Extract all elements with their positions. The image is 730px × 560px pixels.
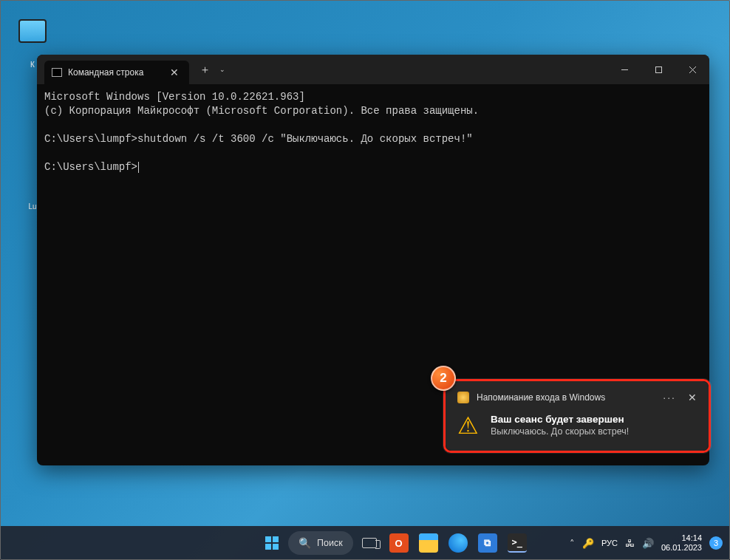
taskbar-app-explorer[interactable] [415, 530, 442, 556]
notification-app-name: Напоминание входа в Windows [477, 392, 663, 403]
taskbar-app-edge[interactable] [445, 530, 471, 556]
notification-close-button[interactable]: ✕ [688, 392, 697, 403]
maximize-button[interactable] [641, 55, 675, 84]
desktop-icon-thispc[interactable] [18, 19, 47, 43]
notification-header: Напоминание входа в Windows ··· ✕ [457, 392, 697, 403]
warning-icon: ⚠ [457, 414, 479, 437]
tab-title: Командная строка [68, 67, 143, 78]
terminal-tab[interactable]: Командная строка ✕ [44, 61, 189, 84]
taskbar: 🔍 Поиск O ⧉ >_ ˄ 🔑 РУС 🖧 🔊 14:14 06.01.2… [0, 526, 730, 560]
store-icon: ⧉ [478, 533, 497, 553]
annotation-highlight: Напоминание входа в Windows ··· ✕ ⚠ Ваш … [443, 379, 711, 453]
volume-icon[interactable]: 🔊 [642, 538, 654, 549]
taskbar-app-terminal[interactable]: >_ [504, 530, 531, 556]
tab-dropdown-button[interactable]: ⌄ [219, 66, 225, 73]
svg-rect-1 [655, 66, 661, 72]
terminal-icon: >_ [508, 533, 527, 553]
close-button[interactable] [675, 55, 709, 84]
task-view-button[interactable] [356, 530, 383, 556]
notification-toast[interactable]: Напоминание входа в Windows ··· ✕ ⚠ Ваш … [446, 381, 709, 451]
notification-message: Выключаюсь. До скорых встреч! [491, 426, 629, 437]
office-icon: O [389, 533, 409, 553]
terminal-prompt: C:\Users\lumpf> [44, 161, 137, 173]
tray-chevron-icon[interactable]: ˄ [570, 538, 575, 549]
terminal-cursor [138, 162, 139, 173]
minimize-button[interactable] [607, 55, 641, 84]
taskbar-clock[interactable]: 14:14 06.01.2023 [661, 533, 702, 553]
language-indicator[interactable]: РУС [601, 539, 618, 547]
notification-body: ⚠ Ваш сеанс будет завершен Выключаюсь. Д… [457, 414, 697, 437]
notification-more-button[interactable]: ··· [663, 392, 676, 403]
taskbar-app-store[interactable]: ⧉ [474, 530, 501, 556]
network-icon[interactable]: 🖧 [625, 538, 635, 549]
window-titlebar[interactable]: Командная строка ✕ ＋ ⌄ [37, 55, 709, 84]
start-button[interactable] [259, 530, 285, 556]
notification-title: Ваш сеанс будет завершен [491, 414, 629, 425]
notification-count-badge[interactable]: 3 [709, 536, 723, 550]
windows-logo-icon [265, 536, 279, 550]
monitor-icon [18, 19, 47, 43]
cmd-icon [52, 68, 62, 77]
taskbar-app-office[interactable]: O [386, 530, 412, 556]
clock-date: 06.01.2023 [661, 543, 702, 553]
edge-icon [448, 533, 468, 553]
security-key-icon [457, 392, 469, 403]
terminal-line: (c) Корпорация Майкрософт (Microsoft Cor… [44, 105, 479, 117]
taskview-icon [362, 538, 377, 548]
tray-security-icon[interactable]: 🔑 [582, 538, 594, 549]
annotation-badge: 2 [431, 366, 456, 391]
taskbar-search[interactable]: 🔍 Поиск [288, 531, 353, 555]
new-tab-button[interactable]: ＋ [199, 63, 211, 77]
file-explorer-icon [419, 533, 438, 553]
search-icon: 🔍 [299, 537, 311, 549]
terminal-line: Microsoft Windows [Version 10.0.22621.96… [44, 91, 305, 103]
clock-time: 14:14 [661, 533, 702, 543]
tab-close-button[interactable]: ✕ [170, 66, 179, 78]
terminal-line: C:\Users\lumpf>shutdown /s /t 3600 /c "В… [44, 133, 473, 145]
search-placeholder: Поиск [317, 538, 343, 548]
